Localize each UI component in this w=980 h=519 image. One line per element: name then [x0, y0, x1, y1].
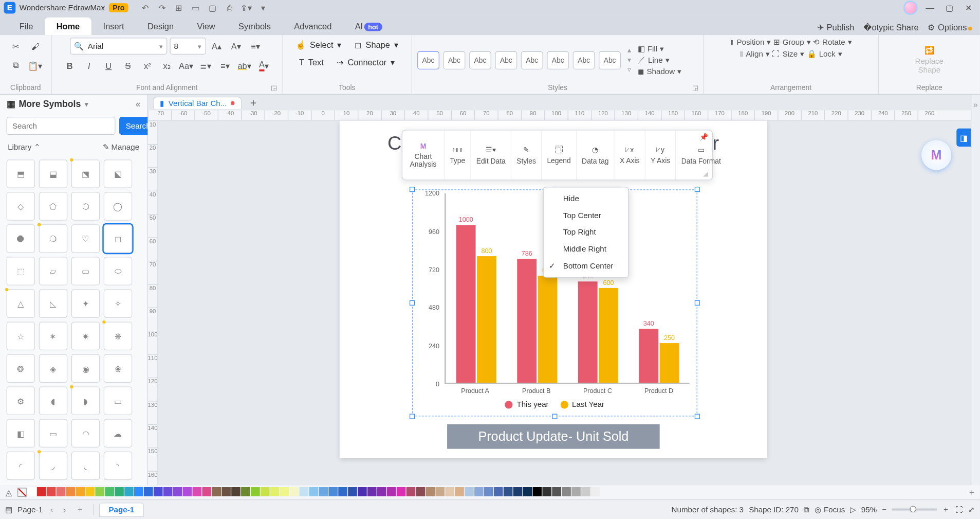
- shape-library-item[interactable]: ❋: [104, 321, 132, 350]
- undo-icon[interactable]: ↶: [140, 3, 151, 13]
- eyedropper-icon[interactable]: ◬: [4, 487, 14, 497]
- qat-more-icon[interactable]: ▾: [258, 3, 268, 13]
- shape-library-item[interactable]: ▭: [104, 387, 132, 415]
- shape-library-item[interactable]: △: [7, 289, 35, 317]
- selection-handle[interactable]: [552, 414, 557, 419]
- shape-library-item[interactable]: ◝: [104, 452, 132, 480]
- bullets-icon[interactable]: ≡▾: [217, 57, 234, 74]
- underline-icon[interactable]: U: [100, 57, 117, 74]
- increase-font-icon[interactable]: A▴: [208, 38, 225, 55]
- shape-library-item[interactable]: ❍: [39, 224, 67, 253]
- ai-assistant-fab[interactable]: M: [921, 140, 951, 170]
- align-button[interactable]: ⫴ Align ▾: [740, 49, 770, 59]
- color-swatch[interactable]: [474, 487, 484, 496]
- cut-icon[interactable]: ✂: [8, 38, 25, 55]
- subscript-icon[interactable]: x₂: [158, 57, 175, 74]
- selection-handle[interactable]: [695, 414, 700, 419]
- shape-library-item[interactable]: ◺: [39, 289, 67, 317]
- color-swatch[interactable]: [212, 487, 221, 496]
- color-swatch[interactable]: [406, 487, 416, 496]
- color-swatch[interactable]: [251, 487, 260, 496]
- selection-handle[interactable]: [410, 300, 415, 306]
- color-swatch[interactable]: [163, 487, 173, 496]
- color-swatch[interactable]: [144, 487, 153, 496]
- select-tool[interactable]: ☝ Select ▾: [290, 38, 347, 52]
- color-swatch[interactable]: [66, 487, 76, 496]
- color-swatch[interactable]: [193, 487, 202, 496]
- rotate-button[interactable]: ⟲ Rotate ▾: [813, 38, 852, 47]
- font-family-combo[interactable]: 🔍 Arial: [70, 38, 167, 55]
- shape-library-item[interactable]: ⬔: [71, 159, 100, 188]
- shape-library-item[interactable]: ⬭: [104, 257, 132, 285]
- color-swatch[interactable]: [581, 487, 590, 496]
- decrease-font-icon[interactable]: A▾: [228, 38, 245, 55]
- color-swatch[interactable]: [523, 487, 532, 496]
- color-swatch[interactable]: [95, 487, 104, 496]
- fullscreen-icon[interactable]: ⤢: [968, 505, 975, 514]
- tab-home[interactable]: Home: [45, 17, 91, 35]
- x-axis-button[interactable]: ⟀xX Axis: [615, 130, 645, 180]
- symbol-search-input[interactable]: [7, 117, 116, 135]
- shape-library-item[interactable]: ◟: [71, 452, 100, 480]
- caption-shape[interactable]: Product Update- Unit Sold: [447, 424, 660, 449]
- page-view-icon[interactable]: ▤: [5, 505, 12, 514]
- color-swatch[interactable]: [183, 487, 192, 496]
- chart-analysis-button[interactable]: MChart Analysis: [402, 130, 445, 180]
- gallery-down-icon[interactable]: ▾: [627, 56, 632, 64]
- color-swatch[interactable]: [542, 487, 551, 496]
- save-icon[interactable]: ▢: [208, 3, 218, 13]
- tab-ai[interactable]: AIhot: [343, 17, 394, 35]
- shape-library-item[interactable]: ◜: [7, 452, 35, 480]
- open-icon[interactable]: ▭: [191, 3, 201, 13]
- color-swatch[interactable]: [358, 487, 367, 496]
- italic-icon[interactable]: I: [81, 57, 98, 74]
- paste-icon[interactable]: 📋▾: [27, 57, 44, 74]
- options-button[interactable]: ⚙ Options: [928, 23, 972, 32]
- align-dropdown-icon[interactable]: ≡▾: [247, 38, 264, 55]
- legend-menu-item[interactable]: Hide: [544, 190, 628, 207]
- selection-handle[interactable]: [695, 300, 700, 306]
- shape-library-item[interactable]: ◯: [104, 192, 132, 220]
- color-swatch[interactable]: [591, 487, 600, 496]
- right-panel-toggle[interactable]: ◨: [956, 129, 971, 147]
- size-button[interactable]: ⛶ Size ▾: [772, 49, 804, 59]
- shape-library-item[interactable]: ✦: [71, 289, 100, 317]
- color-swatch[interactable]: [426, 487, 435, 496]
- legend-menu-item[interactable]: Top Right: [544, 224, 628, 241]
- style-swatch[interactable]: Abc: [469, 51, 491, 69]
- color-swatch[interactable]: [37, 487, 46, 496]
- next-page-icon[interactable]: ›: [61, 505, 68, 514]
- share-button[interactable]: �otypic Share: [863, 23, 919, 32]
- redo-icon[interactable]: ↷: [157, 3, 167, 13]
- close-button[interactable]: ✕: [961, 1, 976, 15]
- shape-library-item[interactable]: ◇: [7, 192, 35, 220]
- add-document-button[interactable]: ＋: [247, 96, 260, 109]
- focus-button[interactable]: ◎ Focus: [815, 505, 845, 514]
- legend-menu-item[interactable]: Middle Right: [544, 241, 628, 258]
- gallery-more-icon[interactable]: ▿: [627, 65, 632, 74]
- legend-menu-item[interactable]: Top Center: [544, 207, 628, 224]
- style-swatch[interactable]: Abc: [547, 51, 569, 69]
- collapse-left-icon[interactable]: «: [136, 99, 141, 109]
- zoom-value[interactable]: 95%: [861, 505, 877, 514]
- line-button[interactable]: ／ Line ▾: [638, 55, 681, 65]
- shape-library-item[interactable]: ✶: [39, 321, 67, 350]
- pin-icon[interactable]: 📌: [699, 133, 709, 141]
- color-swatch[interactable]: [261, 487, 270, 496]
- color-swatch[interactable]: [435, 487, 445, 496]
- shape-library-item[interactable]: ◻: [104, 224, 132, 253]
- drawing-page[interactable]: Column Chart This Year Vs Last Year 📌 ◢ …: [340, 121, 767, 458]
- text-tool[interactable]: T Text: [294, 55, 329, 70]
- tab-advanced[interactable]: Advanced: [283, 17, 343, 35]
- shape-library-item[interactable]: ⬡: [71, 192, 100, 220]
- resize-grip-icon[interactable]: ◢: [703, 170, 708, 177]
- print-icon[interactable]: ⎙: [225, 3, 235, 13]
- color-swatch[interactable]: [105, 487, 114, 496]
- tab-insert[interactable]: Insert: [91, 17, 136, 35]
- color-swatch[interactable]: [416, 487, 426, 496]
- layers-icon[interactable]: ⧉: [804, 505, 809, 514]
- zoom-in-icon[interactable]: ＋: [942, 504, 950, 515]
- style-gallery[interactable]: Abc Abc Abc Abc Abc Abc Abc Abc: [417, 51, 621, 69]
- shape-library-item[interactable]: ⯃: [7, 224, 35, 253]
- shape-library-item[interactable]: ◈: [39, 354, 67, 383]
